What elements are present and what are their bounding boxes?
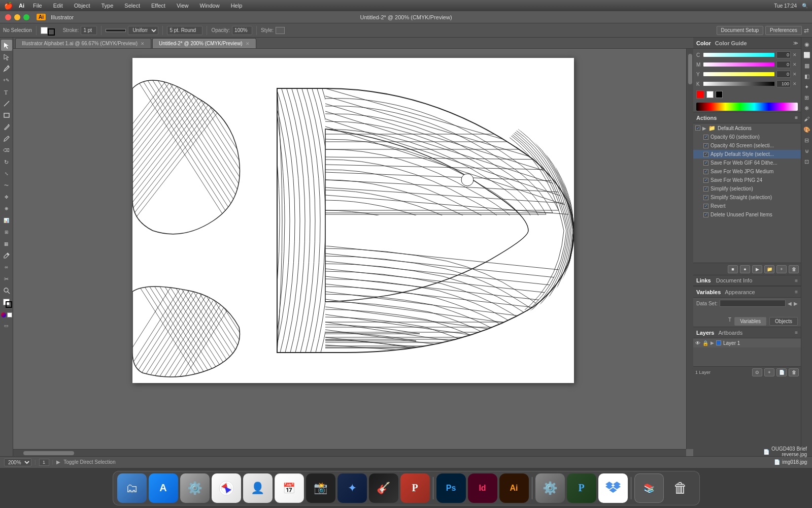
action-opacity40[interactable]: Opacity 40 Screen (selecti... [693, 141, 801, 150]
links-tab[interactable]: Links [696, 277, 711, 283]
maximize-button[interactable] [23, 14, 29, 20]
menu-edit[interactable]: Edit [51, 3, 65, 9]
apple-menu[interactable]: 🍎 [4, 2, 13, 10]
color-tab[interactable]: Color [696, 40, 711, 46]
dock-trash[interactable]: 🗑 [666, 473, 695, 503]
c-value[interactable] [776, 51, 791, 58]
folder-check[interactable] [695, 125, 700, 131]
stroke-width-input[interactable] [81, 26, 97, 35]
close-button[interactable] [5, 14, 11, 20]
stroke-color-box[interactable] [6, 301, 12, 308]
stroke-panel-icon[interactable]: ⬜ [802, 50, 811, 59]
dock-indesign[interactable]: Id [468, 473, 497, 503]
action-delete-unused[interactable]: Delete Unused Panel Items [693, 210, 801, 219]
symbol-sprayer-tool[interactable]: ❋ [1, 203, 12, 214]
h-scroll-thumb[interactable] [23, 451, 74, 455]
y-close[interactable]: ✕ [793, 72, 798, 77]
menu-view[interactable]: View [174, 3, 191, 9]
variables-btn[interactable]: Variables [734, 317, 766, 326]
eyedropper-tool[interactable] [1, 250, 12, 261]
action-check-6[interactable] [703, 178, 708, 183]
rectangle-tool[interactable] [1, 110, 12, 121]
new-set-btn[interactable]: 📁 [764, 265, 774, 273]
blend-tool[interactable]: ∞ [1, 262, 12, 273]
y-value[interactable] [776, 71, 791, 78]
minimize-button[interactable] [14, 14, 20, 20]
layers-menu-icon[interactable]: ≡ [795, 330, 798, 335]
color-panel-icon[interactable]: ◉ [802, 40, 811, 49]
action-save-jpg[interactable]: Save For Web JPG Medium [693, 167, 801, 176]
free-transform-tool[interactable]: ✥ [1, 192, 12, 203]
fill-swatch[interactable] [41, 27, 48, 34]
menu-effect[interactable]: Effect [149, 3, 168, 9]
var-menu-icon[interactable]: ≡ [795, 289, 798, 295]
add-anchor-tool[interactable]: +✎ [1, 75, 12, 86]
v-scroll-thumb[interactable] [688, 54, 692, 84]
dock-calendar[interactable]: 📅 [275, 473, 304, 503]
c-slider[interactable] [703, 53, 774, 57]
opacity-input[interactable] [232, 26, 252, 35]
options-extra-icon[interactable]: ⇄ [804, 27, 809, 34]
zoom-tool[interactable] [1, 285, 12, 296]
record-action-btn[interactable]: ● [740, 265, 750, 273]
m-close[interactable]: ✕ [793, 62, 798, 67]
dock-system-pref2[interactable]: ⚙️ [535, 473, 565, 503]
column-graph-tool[interactable]: 📊 [1, 215, 12, 226]
gradient-tool[interactable]: ▦ [1, 238, 12, 249]
action-opacity60[interactable]: Opacity 60 (selection) [693, 133, 801, 141]
k-slider[interactable] [703, 82, 774, 86]
dock-contacts[interactable]: 👤 [243, 473, 273, 503]
dock-sysprefs[interactable]: ⚙️ [180, 473, 210, 503]
gradient-panel-icon[interactable]: ▦ [802, 61, 811, 70]
preferences-button[interactable]: Preferences [765, 26, 802, 35]
action-check-8[interactable] [703, 195, 708, 200]
action-check-7[interactable] [703, 186, 708, 192]
dock-dashboard[interactable]: ✦ [337, 473, 367, 503]
k-close[interactable]: ✕ [793, 81, 798, 86]
dock-paintbrush[interactable]: P [567, 473, 596, 503]
menu-window[interactable]: Window [197, 3, 222, 9]
dock-photos[interactable]: 📸 [306, 473, 335, 503]
action-check-5[interactable] [703, 169, 708, 174]
actions-menu-icon[interactable]: ≡ [795, 115, 798, 120]
action-save-png[interactable]: Save For Web PNG 24 [693, 176, 801, 184]
color-panel-header[interactable]: Color Color Guide ≫ [693, 38, 801, 49]
rotate-tool[interactable]: ↻ [1, 156, 12, 168]
layer-1-row[interactable]: 👁 🔒 ▶ Layer 1 [693, 338, 801, 347]
align-panel-icon[interactable]: ⊟ [802, 136, 811, 145]
tab-2-close[interactable]: ✕ [246, 41, 250, 46]
search-icon[interactable]: 🔍 [802, 3, 808, 9]
scissors-tool[interactable]: ✂ [1, 273, 12, 284]
style-swatch[interactable] [276, 27, 285, 34]
transparency-panel-icon[interactable]: ◧ [802, 72, 811, 81]
page-number[interactable] [39, 459, 49, 466]
next-dataset-btn[interactable]: ▶ [794, 301, 798, 306]
pen-tool[interactable] [1, 63, 12, 74]
appearance-panel-icon[interactable]: ✦ [802, 82, 811, 91]
document-setup-button[interactable]: Document Setup [717, 26, 764, 35]
selection-tool[interactable] [1, 40, 12, 51]
y-slider[interactable] [703, 72, 774, 76]
menu-file[interactable]: File [30, 3, 45, 9]
eraser-tool[interactable]: ⌫ [1, 145, 12, 156]
make-clipping-mask-btn[interactable]: ⊙ [752, 368, 762, 376]
new-sublayer-btn[interactable]: + [764, 368, 774, 376]
pencil-tool[interactable] [1, 133, 12, 144]
vertical-scrollbar[interactable] [686, 49, 693, 449]
action-check-4[interactable] [703, 161, 708, 166]
action-check-10[interactable] [703, 212, 708, 217]
tab-1-close[interactable]: ✕ [141, 41, 145, 46]
action-revert[interactable]: Revert [693, 202, 801, 210]
tab-1[interactable]: Illustrator Alphabet 1.ai @ 66.67% (CMYK… [15, 38, 151, 48]
document-info-tab[interactable]: Document Info [716, 277, 753, 283]
panel-collapse-arrows[interactable]: ≫ [793, 41, 798, 46]
action-check-9[interactable] [703, 204, 708, 209]
prev-dataset-btn[interactable]: ◀ [788, 301, 792, 306]
action-check-1[interactable] [703, 135, 708, 140]
layer-1-visibility[interactable]: 👁 [695, 340, 700, 346]
layer-expand-icon[interactable]: ▶ [710, 340, 714, 345]
layer-1-lock[interactable]: 🔒 [702, 340, 708, 346]
black-swatch[interactable] [716, 91, 723, 98]
dock-photoshop[interactable]: Ps [436, 473, 466, 503]
m-value[interactable] [776, 61, 791, 68]
